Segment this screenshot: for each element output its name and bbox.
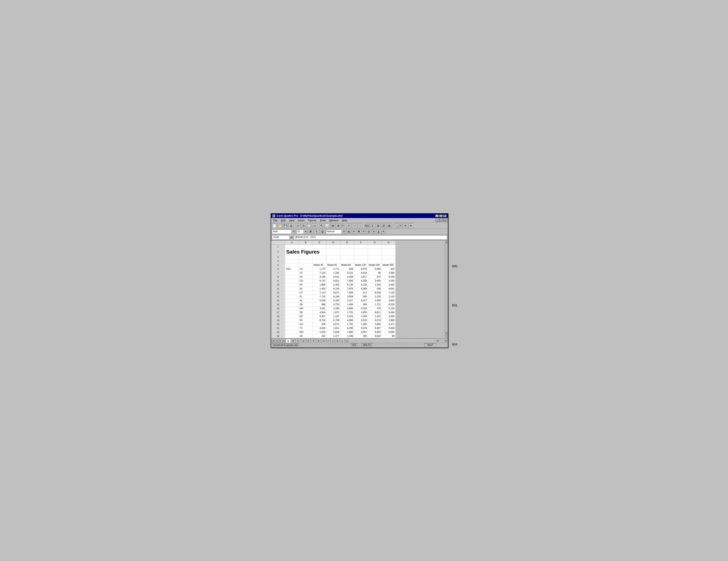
zoom-button[interactable]: 🔍	[394, 223, 399, 228]
crosshair-button[interactable]: ✕	[403, 223, 408, 228]
cell-15-H[interactable]: 6,026	[382, 303, 395, 306]
cell-14-H[interactable]: 9,606	[382, 299, 395, 303]
cell-15-B[interactable]: OK	[299, 303, 313, 306]
function-button[interactable]: f(x)	[365, 223, 370, 228]
cell-4-A[interactable]	[285, 259, 299, 263]
cell-5-B[interactable]	[299, 263, 313, 267]
cell-19-C[interactable]: 8,762	[313, 318, 326, 322]
cell-7-B[interactable]: UT	[299, 271, 313, 275]
style-dropdown[interactable]: ▼	[342, 229, 346, 234]
cell-20-B[interactable]: GA	[299, 322, 313, 326]
col-header-f[interactable]: F	[354, 241, 368, 244]
cell-5-F[interactable]: Model 130	[354, 263, 368, 267]
cell-7-C[interactable]: 7,154	[313, 271, 326, 275]
tab-scroll-right[interactable]: ◄	[345, 339, 349, 343]
cell-3-G[interactable]	[368, 255, 382, 259]
cell-1-F[interactable]	[354, 244, 368, 248]
cell-4-E[interactable]	[340, 259, 354, 263]
undo-button[interactable]: ↩	[312, 223, 317, 228]
cell-3-C[interactable]	[313, 255, 326, 259]
cell-10-D[interactable]: 4,300	[326, 283, 340, 287]
cell-6-F[interactable]: 9,476	[354, 267, 368, 271]
cell-20-D[interactable]: 8,072	[326, 322, 340, 326]
cell-9-D[interactable]: 6,821	[326, 279, 340, 283]
row-header-9[interactable]: 9	[271, 279, 285, 283]
cell-5-H[interactable]: Model 550	[382, 263, 395, 267]
cell-23-G[interactable]: 8,820	[368, 334, 382, 338]
menu-view[interactable]: View	[287, 218, 296, 222]
cell-19-B[interactable]: PA	[299, 318, 313, 322]
cell-19-H[interactable]: 2,966	[382, 318, 395, 322]
font-a-button[interactable]: A	[336, 223, 341, 228]
cell-1-D[interactable]	[326, 244, 340, 248]
size-dropdown[interactable]: ▼	[304, 229, 307, 234]
cell-19-A[interactable]	[285, 318, 299, 322]
cell-15-D[interactable]: 4,753	[326, 303, 340, 306]
cell-22-E[interactable]: 1,680	[340, 330, 354, 334]
font-color-dropdown[interactable]: ▼	[382, 229, 385, 234]
scroll-left-button[interactable]: ◄	[436, 339, 439, 342]
cell-20-C[interactable]: 305	[313, 322, 326, 326]
cell-23-E[interactable]: 1,299	[340, 334, 354, 338]
cell-16-D[interactable]: 2,256	[326, 306, 340, 310]
cell-14-D[interactable]: 5,160	[326, 299, 340, 303]
cell-18-H[interactable]: 3,556	[382, 314, 395, 318]
cell-5-C[interactable]: Model 45	[313, 263, 326, 267]
cell-22-C[interactable]: 1,053	[313, 330, 326, 334]
cell-21-F[interactable]: 9,078	[354, 326, 368, 330]
scroll-right-button[interactable]: ►	[445, 339, 448, 342]
sheet-tab-A[interactable]: A	[286, 339, 291, 343]
cell-17-G[interactable]: 8,811	[368, 310, 382, 314]
cell-15-E[interactable]: 1,458	[340, 303, 354, 306]
cell-7-A[interactable]	[285, 271, 299, 275]
bold-button[interactable]: B	[308, 229, 313, 234]
cell-13-C[interactable]: 7,742	[313, 295, 326, 299]
cell-7-E[interactable]: 5,151	[340, 271, 354, 275]
row-header-15[interactable]: 15	[271, 303, 285, 306]
cell-5-A[interactable]	[285, 263, 299, 267]
cell-13-D[interactable]: 8,109	[326, 295, 340, 299]
grid1-button[interactable]: ⊞	[376, 223, 381, 228]
grid2-button[interactable]: ⊟	[381, 223, 386, 228]
cell-21-E[interactable]: 8,295	[340, 326, 354, 330]
cell-11-B[interactable]: NJ	[299, 287, 313, 291]
cell-3-H[interactable]	[382, 255, 395, 259]
cell-4-F[interactable]	[354, 259, 368, 263]
cell-22-F[interactable]: 6,597	[354, 330, 368, 334]
cell-19-D[interactable]: 6,799	[326, 318, 340, 322]
vertical-scrollbar[interactable]: ▲ ▼ ≡	[445, 241, 448, 338]
cell-11-E[interactable]: 7,876	[340, 287, 354, 291]
row-header-8[interactable]: 8	[271, 275, 285, 279]
col-header-e[interactable]: E	[340, 241, 354, 244]
sheet-tab-I[interactable]: I	[326, 339, 330, 343]
font-dropdown[interactable]: ▼	[292, 229, 296, 234]
row-header-22[interactable]: 22	[271, 330, 285, 334]
cell-6-G[interactable]: 5,945	[368, 267, 382, 271]
cell-8-A[interactable]	[285, 275, 299, 279]
sheet-tab-J[interactable]: J	[330, 339, 335, 343]
menu-tools[interactable]: Tools	[318, 218, 327, 222]
cell-16-B[interactable]: WA	[299, 306, 313, 310]
tab-next-button[interactable]: ►	[279, 339, 282, 343]
a1-button[interactable]: A1	[346, 229, 352, 234]
menu-minimize[interactable]: _	[436, 219, 439, 222]
scroll-h-track[interactable]	[439, 339, 445, 342]
cell-20-A[interactable]	[285, 322, 299, 326]
cell-9-B[interactable]: CO	[299, 279, 313, 283]
menu-insert[interactable]: Insert	[297, 218, 306, 222]
a1-dropdown[interactable]: ▼	[352, 229, 356, 234]
cell-7-F[interactable]: 9,819	[354, 271, 368, 275]
row-header-17[interactable]: 17	[271, 310, 285, 314]
cell-23-C[interactable]: 432	[313, 334, 326, 338]
cell-10-B[interactable]: NY	[299, 283, 313, 287]
cell-9-H[interactable]: 3,293	[382, 279, 395, 283]
cell-16-A[interactable]	[285, 306, 299, 310]
minus-button[interactable]: −	[352, 223, 357, 228]
cell-3-E[interactable]	[340, 255, 354, 259]
cell-18-E[interactable]: 6,333	[340, 314, 354, 318]
row-header-4[interactable]: 4	[271, 259, 285, 263]
cell-14-A[interactable]	[285, 299, 299, 303]
cell-20-E[interactable]: 1,752	[340, 322, 354, 326]
cell-18-G[interactable]: 2,322	[368, 314, 382, 318]
cell-13-B[interactable]: FL	[299, 295, 313, 299]
